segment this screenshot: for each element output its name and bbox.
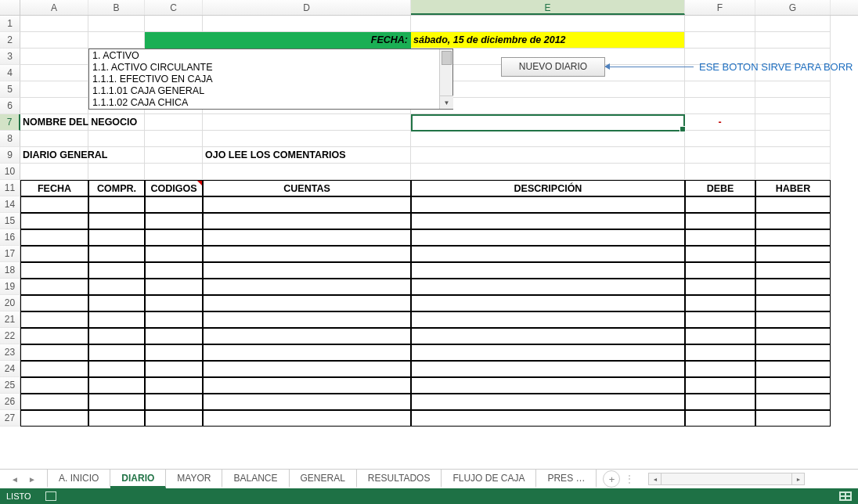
- macro-record-icon[interactable]: [45, 491, 56, 501]
- cell-A18[interactable]: [20, 262, 88, 279]
- cell-C16[interactable]: [145, 229, 203, 246]
- cell-C9[interactable]: [145, 147, 203, 164]
- row-header-18[interactable]: 18: [0, 262, 20, 279]
- select-all-corner[interactable]: [0, 0, 20, 15]
- cell-D19[interactable]: [203, 279, 411, 295]
- cell-C23[interactable]: [145, 344, 203, 361]
- cell-F14[interactable]: [685, 196, 755, 213]
- cell-F2[interactable]: [685, 32, 755, 49]
- cell-D1[interactable]: [203, 16, 411, 32]
- dropdown-item[interactable]: 1.1.1. EFECTIVO EN CAJA: [92, 74, 436, 85]
- cell-C17[interactable]: [145, 246, 203, 262]
- cell-G10[interactable]: [755, 164, 831, 180]
- cell-D18[interactable]: [203, 262, 411, 279]
- col-header-G[interactable]: G: [755, 0, 831, 15]
- cell-D26[interactable]: [203, 394, 411, 410]
- row-header-3[interactable]: 3: [0, 49, 20, 65]
- cell-A21[interactable]: [20, 311, 88, 328]
- cell-C14[interactable]: [145, 196, 203, 213]
- row-header-20[interactable]: 20: [0, 295, 20, 311]
- cell-E14[interactable]: [411, 196, 685, 213]
- dropdown-item[interactable]: 1.1.1.01 CAJA GENERAL: [92, 85, 436, 97]
- cell-G23[interactable]: [755, 344, 831, 361]
- cell-F18[interactable]: [685, 262, 755, 279]
- cell-A25[interactable]: [20, 377, 88, 394]
- dropdown-scrollbar[interactable]: ▼: [439, 49, 452, 109]
- cell-D15[interactable]: [203, 213, 411, 229]
- row-header-17[interactable]: 17: [0, 246, 20, 262]
- cell-F25[interactable]: [685, 377, 755, 394]
- hscroll-left-icon[interactable]: ◄: [649, 473, 662, 484]
- cell-F21[interactable]: [685, 311, 755, 328]
- hscroll-right-icon[interactable]: ►: [791, 473, 804, 484]
- cell-C19[interactable]: [145, 279, 203, 295]
- cell-A16[interactable]: [20, 229, 88, 246]
- row-header-8[interactable]: 8: [0, 131, 20, 147]
- row-header-7[interactable]: 7: [0, 114, 20, 131]
- cell-E19[interactable]: [411, 279, 685, 295]
- cell-B18[interactable]: [88, 262, 145, 279]
- cell-G21[interactable]: [755, 311, 831, 328]
- dropdown-item[interactable]: 1. ACTIVO: [92, 50, 436, 62]
- cell-C15[interactable]: [145, 213, 203, 229]
- cell-F8[interactable]: [685, 131, 755, 147]
- cell-E18[interactable]: [411, 262, 685, 279]
- cell-D21[interactable]: [203, 311, 411, 328]
- cell-B1[interactable]: [88, 16, 145, 32]
- cell-F19[interactable]: [685, 279, 755, 295]
- cell-C25[interactable]: [145, 377, 203, 394]
- tab-mayor[interactable]: MAYOR: [166, 470, 222, 488]
- cell-G24[interactable]: [755, 361, 831, 377]
- cell-B25[interactable]: [88, 377, 145, 394]
- cell-D23[interactable]: [203, 344, 411, 361]
- cell-F27[interactable]: [685, 410, 755, 427]
- tab-diario[interactable]: DIARIO: [110, 470, 166, 488]
- cell-G27[interactable]: [755, 410, 831, 427]
- cell-G20[interactable]: [755, 295, 831, 311]
- cell-G15[interactable]: [755, 213, 831, 229]
- cell-G11[interactable]: HABER: [755, 180, 831, 196]
- cell-G22[interactable]: [755, 328, 831, 344]
- cell-G1[interactable]: [755, 16, 831, 32]
- tab-general[interactable]: GENERAL: [290, 470, 357, 488]
- cell-B8[interactable]: [88, 131, 145, 147]
- cell-D8[interactable]: [203, 131, 411, 147]
- cell-A2[interactable]: [20, 32, 88, 49]
- add-sheet-button[interactable]: +: [603, 470, 620, 488]
- cell-A7[interactable]: NOMBRE DEL NEGOCIO: [20, 114, 88, 131]
- cell-E16[interactable]: [411, 229, 685, 246]
- tab-resultados[interactable]: RESULTADOS: [357, 470, 442, 488]
- cell-B7[interactable]: [88, 114, 145, 131]
- cell-A19[interactable]: [20, 279, 88, 295]
- nuevo-diario-button[interactable]: NUEVO DIARIO: [501, 57, 605, 77]
- cell-E24[interactable]: [411, 361, 685, 377]
- cell-D2[interactable]: FECHA:: [203, 32, 411, 49]
- cell-B10[interactable]: [88, 164, 145, 180]
- cell-F1[interactable]: [685, 16, 755, 32]
- cell-A10[interactable]: [20, 164, 88, 180]
- cell-E1[interactable]: [411, 16, 685, 32]
- dropdown-item[interactable]: 1.1.1.02 CAJA CHICA: [92, 97, 436, 109]
- cell-F16[interactable]: [685, 229, 755, 246]
- col-header-C[interactable]: C: [145, 0, 203, 15]
- cell-G16[interactable]: [755, 229, 831, 246]
- cell-C10[interactable]: [145, 164, 203, 180]
- row-header-16[interactable]: 16: [0, 229, 20, 246]
- cell-A9[interactable]: DIARIO GENERAL: [20, 147, 88, 164]
- cell-A1[interactable]: [20, 16, 88, 32]
- cell-C27[interactable]: [145, 410, 203, 427]
- cell-D11[interactable]: CUENTAS: [203, 180, 411, 196]
- cell-E9[interactable]: [411, 147, 685, 164]
- cell-A17[interactable]: [20, 246, 88, 262]
- cell-C7[interactable]: [145, 114, 203, 131]
- cell-C26[interactable]: [145, 394, 203, 410]
- view-normal-icon[interactable]: [839, 491, 852, 501]
- cell-F9[interactable]: [685, 147, 755, 164]
- cell-G2[interactable]: [755, 32, 831, 49]
- cell-B14[interactable]: [88, 196, 145, 213]
- cell-G18[interactable]: [755, 262, 831, 279]
- cell-B24[interactable]: [88, 361, 145, 377]
- cell-C11[interactable]: CODIGOS: [145, 180, 203, 196]
- cell-B19[interactable]: [88, 279, 145, 295]
- col-header-E[interactable]: E: [411, 0, 685, 15]
